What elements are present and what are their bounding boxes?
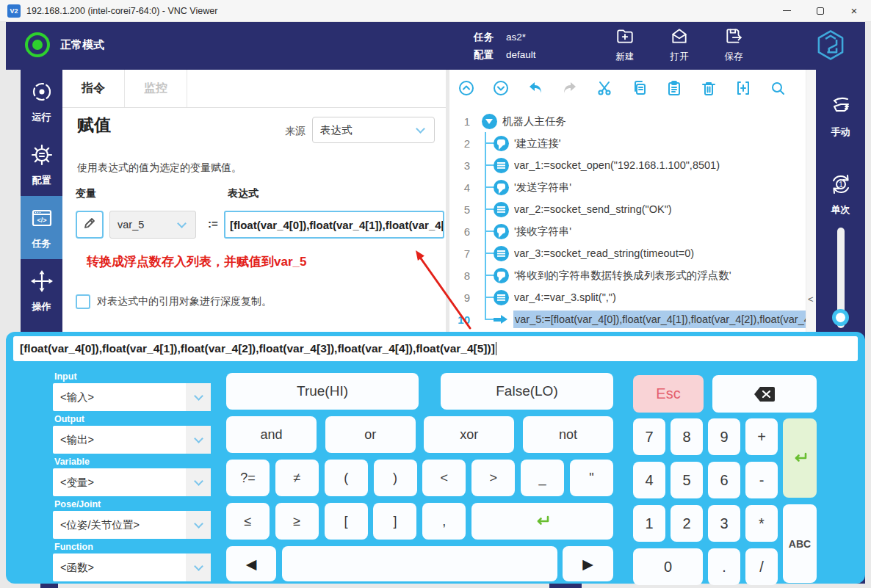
selector-dropdown[interactable]: <函数>: [53, 553, 211, 581]
task-code-icon: </>: [29, 206, 54, 233]
key-enter[interactable]: [783, 418, 817, 498]
key-not-equal[interactable]: ≠: [275, 460, 319, 496]
key-minus[interactable]: -: [745, 462, 778, 498]
open-task-button[interactable]: 打开: [662, 26, 696, 63]
search-icon[interactable]: [768, 79, 787, 98]
selector-dropdown[interactable]: <位姿/关节位置>: [53, 511, 211, 539]
copy-icon[interactable]: [630, 79, 649, 98]
key-1[interactable]: 1: [633, 505, 665, 542]
assign-symbol: :=: [208, 217, 218, 230]
key-enter-wide[interactable]: [471, 503, 613, 540]
key-plus[interactable]: +: [745, 418, 778, 455]
key-greater-equal[interactable]: ≥: [275, 503, 319, 540]
edit-variable-button[interactable]: [76, 211, 104, 239]
tree-row[interactable]: 1 机器人主任务: [449, 110, 806, 132]
deep-copy-checkbox[interactable]: [76, 294, 90, 309]
expression-label: 表达式: [228, 187, 259, 200]
close-icon: ×: [851, 5, 858, 16]
key-2[interactable]: 2: [671, 505, 703, 542]
line-number: 4: [449, 181, 471, 194]
variable-select[interactable]: var_5: [109, 211, 196, 239]
selector-dropdown[interactable]: <输入>: [53, 383, 211, 411]
save-task-button[interactable]: 保存: [717, 26, 751, 63]
tab-monitor[interactable]: 监控: [125, 70, 187, 107]
tree-row[interactable]: 9 var_4:=var_3.split(","): [449, 286, 806, 308]
key-cursor-left[interactable]: ◀: [226, 546, 276, 581]
key-slash[interactable]: /: [745, 548, 778, 585]
delete-icon[interactable]: [699, 79, 718, 98]
key-asterisk[interactable]: *: [745, 505, 778, 542]
key-5[interactable]: 5: [671, 462, 703, 498]
key-comma[interactable]: ,: [422, 503, 466, 540]
tree-row[interactable]: 6 '接收字符串': [449, 220, 806, 242]
selector-group-label: Input: [53, 371, 211, 383]
selector-dropdown[interactable]: <输出>: [53, 426, 211, 454]
expression-input[interactable]: [float(var_4[0]),float(var_4[1]),float(v…: [224, 211, 444, 239]
collapse-all-icon[interactable]: [457, 79, 476, 98]
tree-row[interactable]: 5 var_2:=socket_send_string("OK"): [449, 198, 806, 220]
tree-row[interactable]: 7 var_3:=socket_read_string(timeout=0): [449, 242, 806, 264]
key-false-lo[interactable]: False(LO): [441, 373, 613, 410]
insert-line-icon[interactable]: [734, 79, 753, 98]
close-button[interactable]: ×: [837, 0, 871, 21]
panel-collapse-gutter[interactable]: <: [806, 70, 816, 332]
key-backspace[interactable]: [712, 375, 817, 413]
key-query-equal[interactable]: ?=: [226, 460, 270, 496]
keyboard-expression-input[interactable]: [float(var_4[0]),float(var_4[1]),float(v…: [13, 336, 858, 361]
paste-icon[interactable]: [665, 79, 684, 98]
new-task-button[interactable]: 新建: [608, 26, 642, 63]
key-underscore[interactable]: _: [521, 460, 564, 496]
tree-row[interactable]: 10 var_5:=[float(var_4[0]),float(var_4[1…: [449, 308, 806, 330]
key-not[interactable]: not: [523, 416, 613, 453]
nav-item-task[interactable]: </> 任务: [21, 196, 62, 259]
speed-slider-handle[interactable]: [832, 309, 849, 326]
key-true-hi[interactable]: True(HI): [226, 373, 419, 410]
operand-selector-group: Variable <变量>: [53, 457, 211, 496]
source-select[interactable]: 表达式: [312, 117, 435, 143]
nav-item-single-cycle[interactable]: 1 单次: [816, 171, 865, 217]
key-6[interactable]: 6: [708, 462, 740, 498]
key-paren-open[interactable]: (: [325, 460, 368, 496]
key-space[interactable]: [282, 546, 557, 581]
key-3[interactable]: 3: [708, 505, 740, 542]
key-paren-close[interactable]: ): [374, 460, 417, 496]
redo-icon[interactable]: [560, 79, 579, 98]
key-and[interactable]: and: [226, 416, 317, 453]
tree-row[interactable]: 4 '发送字符串': [449, 176, 806, 198]
key-abc-switch[interactable]: ABC: [783, 504, 817, 583]
key-7[interactable]: 7: [633, 418, 665, 455]
key-less-equal[interactable]: ≤: [226, 503, 270, 540]
key-0[interactable]: 0: [633, 548, 703, 585]
undo-icon[interactable]: [526, 79, 545, 98]
instruction-panel: 指令 监控 赋值 来源 表达式 使用表达式的值为选定的变量赋值。 变量 表达式 …: [62, 70, 446, 332]
tree-row[interactable]: 2 '建立连接': [449, 132, 806, 154]
key-4[interactable]: 4: [633, 462, 665, 498]
key-dot[interactable]: .: [708, 548, 740, 585]
app-header: 正常模式 任务as2* 配置default 新建 打开 保存: [6, 22, 865, 70]
cut-icon[interactable]: [595, 79, 614, 98]
maximize-button[interactable]: [803, 0, 837, 21]
deep-copy-row: 对表达式中的引用对象进行深度复制。: [76, 294, 272, 309]
key-bracket-close[interactable]: ]: [373, 503, 416, 540]
key-esc[interactable]: Esc: [633, 375, 704, 413]
key-xor[interactable]: xor: [424, 416, 514, 453]
tree-row[interactable]: 8 '将收到的字符串数据转换成列表形式的浮点数': [449, 264, 806, 286]
nav-item-run[interactable]: 运行: [21, 70, 62, 133]
mode-indicator[interactable]: 正常模式: [25, 32, 104, 57]
key-greater-than[interactable]: >: [471, 460, 515, 496]
key-less-than[interactable]: <: [422, 460, 466, 496]
expand-all-icon[interactable]: [491, 79, 510, 98]
key-cursor-right[interactable]: ▶: [563, 546, 613, 581]
selector-dropdown[interactable]: <变量>: [53, 468, 211, 496]
nav-item-operate[interactable]: 操作: [21, 259, 62, 322]
minimize-button[interactable]: [770, 0, 803, 21]
tab-instruction[interactable]: 指令: [62, 70, 125, 107]
nav-item-manual[interactable]: 手动: [816, 93, 865, 139]
key-8[interactable]: 8: [671, 418, 703, 455]
key-9[interactable]: 9: [708, 418, 740, 455]
key-bracket-open[interactable]: [: [325, 503, 368, 540]
nav-item-config[interactable]: 配置: [21, 133, 62, 196]
tree-row[interactable]: 3 var_1:=socket_open("192.168.1.100",850…: [449, 154, 806, 176]
key-or[interactable]: or: [325, 416, 416, 453]
key-quote[interactable]: ": [570, 460, 613, 496]
